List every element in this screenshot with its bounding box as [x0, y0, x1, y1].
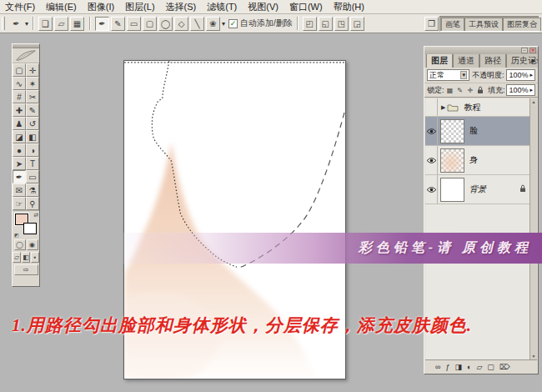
tool-rectangular-marquee[interactable]: ▢ [13, 63, 26, 77]
new-layer-icon[interactable]: ▢ [487, 363, 494, 371]
layer-name[interactable]: 背景 [469, 183, 486, 195]
tool-pen[interactable]: ✒ [13, 170, 26, 183]
tool-notes[interactable]: ✉ [13, 183, 26, 197]
options-bar-grip[interactable] [2, 17, 5, 30]
scroll-down-icon[interactable]: ▼ [532, 354, 536, 359]
layer-row-body[interactable]: 身 [425, 146, 529, 175]
close-button[interactable]: × [529, 48, 536, 53]
ellipse-tool-button[interactable]: ◯ [158, 17, 173, 31]
expand-group-icon[interactable]: ▶ [441, 104, 445, 111]
swap-colors-icon[interactable]: ⇄ [33, 212, 38, 219]
rectangle-tool-button[interactable]: ▭ [127, 17, 141, 31]
delete-layer-icon[interactable]: ⌦ [499, 363, 510, 371]
tab-channels[interactable]: 通道 [453, 54, 479, 68]
tab-tool-presets[interactable]: 工具预设 [464, 18, 503, 31]
scroll-up-icon[interactable]: ▲ [532, 99, 536, 104]
tool-healing-brush[interactable]: ✚ [13, 103, 26, 117]
tab-layers[interactable]: 图层 [426, 54, 453, 68]
tool-eyedropper[interactable]: ⚗ [26, 183, 39, 197]
layer-thumbnail[interactable] [440, 178, 464, 202]
default-colors-icon[interactable]: ◩ [14, 232, 19, 238]
visibility-toggle[interactable] [425, 98, 438, 116]
fill-input[interactable]: 100% ▸ [506, 84, 535, 96]
layer-row-background[interactable]: 背景 [425, 175, 529, 204]
freeform-pen-tool-button[interactable]: ✎ [111, 17, 125, 31]
tool-history-brush[interactable]: ↺ [26, 117, 39, 130]
opacity-slider-icon[interactable]: ▸ [529, 72, 533, 78]
visibility-toggle[interactable] [425, 175, 438, 204]
fullscreen-menubar-button[interactable]: ◧ [22, 252, 30, 263]
tab-brushes[interactable]: 画笔 [441, 18, 464, 31]
subtract-from-shape-button[interactable]: ◱ [319, 17, 333, 31]
layer-name[interactable]: 脸 [469, 125, 478, 137]
menu-item-layer[interactable]: 图层(L) [125, 1, 154, 13]
tool-lasso[interactable]: ∿ [13, 77, 26, 90]
dropdown-icon[interactable]: ▾ [460, 71, 467, 79]
fullscreen-button[interactable]: ▪ [31, 252, 39, 263]
layer-thumbnail[interactable] [440, 119, 464, 143]
standard-screen-button[interactable]: ▱ [13, 252, 21, 263]
tool-path-selection[interactable]: ➤ [13, 157, 26, 170]
fill-slider-icon[interactable]: ▸ [530, 87, 534, 93]
pen-tool-button[interactable]: ✒ [95, 17, 109, 31]
panel-menu-icon[interactable]: ▶ [532, 58, 536, 64]
lock-transparency-icon[interactable]: ▦ [446, 85, 454, 96]
tool-slice[interactable]: ✂ [26, 90, 39, 103]
lock-all-icon[interactable] [476, 85, 484, 96]
visibility-toggle[interactable] [425, 146, 438, 174]
lock-position-icon[interactable]: ✛ [466, 85, 474, 96]
line-tool-button[interactable]: ╲ [190, 17, 204, 31]
custom-shape-tool-button[interactable]: ❀ [206, 17, 220, 31]
layer-row-face[interactable]: 脸 [425, 117, 529, 146]
opacity-input[interactable]: 100% ▸ [506, 69, 535, 81]
tool-clone-stamp[interactable]: ♟ [13, 117, 26, 130]
menu-item-file[interactable]: 文件(F) [5, 1, 35, 13]
file-browser-button[interactable]: ❐ [424, 17, 439, 31]
exclude-shape-button[interactable]: ◲ [350, 17, 364, 31]
visibility-toggle[interactable] [425, 117, 438, 145]
layer-group-row[interactable]: ▶ 教程 [425, 98, 529, 117]
standard-mode-button[interactable]: ◯ [14, 239, 26, 250]
tool-eraser[interactable]: ◪ [13, 130, 26, 143]
shape-layers-button[interactable]: ❑ [38, 17, 53, 31]
tab-layer-comps[interactable]: 图层复合 [503, 18, 541, 31]
menu-item-image[interactable]: 图像(I) [88, 1, 114, 13]
menu-item-select[interactable]: 选择(S) [166, 1, 197, 13]
layer-thumbnail[interactable] [440, 148, 464, 173]
jump-to-imageready-button[interactable]: ⇨ [14, 264, 38, 275]
tool-move[interactable]: ✛ [26, 63, 39, 77]
shape-options-dropdown-icon[interactable]: ▾ [222, 20, 225, 28]
minimize-button[interactable]: – [521, 48, 528, 53]
tool-preset-dropdown-icon[interactable]: ▾ [25, 20, 28, 28]
blend-mode-select[interactable]: 正常 ▾ [427, 69, 469, 81]
layer-style-icon[interactable]: ƒ [445, 363, 449, 371]
menu-item-view[interactable]: 视图(V) [248, 1, 279, 13]
adjustment-layer-icon[interactable]: ◐ [467, 363, 471, 371]
tool-shape[interactable]: ▭ [26, 170, 39, 183]
tool-gradient[interactable]: ◧ [26, 130, 39, 143]
layer-mask-icon[interactable]: ◨ [454, 363, 462, 371]
tool-zoom[interactable]: ⚲ [26, 197, 39, 210]
intersect-shape-button[interactable]: ◳ [334, 17, 349, 31]
layers-panel-titlebar[interactable]: – × [424, 47, 538, 54]
menu-item-help[interactable]: 帮助(H) [334, 1, 364, 13]
tool-type[interactable]: T [26, 157, 39, 170]
menu-item-filter[interactable]: 滤镜(T) [207, 1, 237, 13]
tool-dodge[interactable]: ◑ [26, 143, 39, 157]
tool-hand[interactable]: ☞ [13, 197, 26, 210]
new-group-icon[interactable]: ▱ [476, 363, 482, 371]
lock-paint-icon[interactable]: ✎ [456, 85, 464, 96]
layer-name[interactable]: 身 [469, 154, 478, 166]
polygon-tool-button[interactable]: ◇ [174, 17, 188, 31]
menu-item-window[interactable]: 窗口(W) [289, 1, 323, 13]
background-color-swatch[interactable] [23, 223, 37, 234]
group-name[interactable]: 教程 [464, 102, 480, 113]
tool-magic-wand[interactable]: ✶ [26, 77, 39, 90]
rounded-rectangle-tool-button[interactable]: ▢ [143, 17, 157, 31]
paths-button[interactable]: ▱ [54, 17, 68, 31]
tool-crop[interactable]: # [13, 90, 26, 103]
tab-paths[interactable]: 路径 [479, 54, 506, 68]
fill-pixels-button[interactable]: ▦ [70, 17, 84, 31]
add-to-shape-button[interactable]: ◰ [303, 17, 317, 31]
menu-item-edit[interactable]: 编辑(E) [46, 1, 77, 13]
